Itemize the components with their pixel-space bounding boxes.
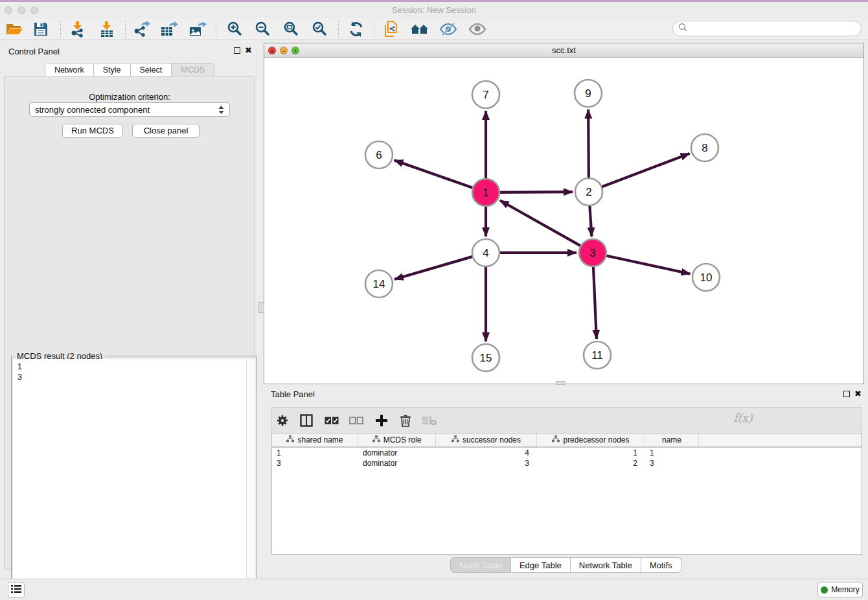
node-11[interactable]: 11 — [584, 341, 611, 369]
task-history-button[interactable] — [8, 583, 25, 598]
node-1[interactable]: 1 — [472, 179, 499, 206]
edge-2-9[interactable] — [588, 110, 589, 178]
column-view-icon[interactable] — [297, 411, 316, 430]
deselect-all-icon[interactable] — [347, 411, 366, 430]
close-panel-button[interactable]: Close panel — [132, 124, 200, 138]
svg-text:2: 2 — [586, 186, 591, 198]
export-table-icon[interactable] — [158, 20, 180, 38]
edge-2-8[interactable] — [602, 154, 690, 187]
column-header-shared-name[interactable]: shared name — [272, 433, 358, 446]
node-4[interactable]: 4 — [472, 239, 499, 266]
column-header-name[interactable]: name — [645, 433, 699, 446]
network-zoom-button[interactable]: + — [291, 47, 299, 54]
node-table[interactable]: shared nameMCDS rolesuccessor nodesprede… — [271, 433, 862, 555]
node-10[interactable]: 10 — [692, 264, 720, 291]
node-14[interactable]: 14 — [365, 270, 393, 297]
search-icon — [678, 23, 687, 34]
control-panel: Control Panel ✖ NetworkStyleSelectMCDS O… — [0, 40, 259, 575]
tab-network[interactable]: Network — [45, 63, 94, 76]
svg-text:8: 8 — [702, 142, 707, 154]
edge-3-10[interactable] — [606, 255, 691, 273]
select-all-icon[interactable] — [322, 411, 341, 430]
show-all-icon[interactable] — [466, 20, 488, 38]
save-icon[interactable] — [30, 20, 52, 38]
refresh-icon[interactable] — [345, 20, 367, 38]
import-network-icon[interactable] — [67, 20, 89, 38]
splitter-grip-horizontal[interactable] — [556, 381, 565, 385]
node-6[interactable]: 6 — [365, 141, 393, 168]
edge-1-6[interactable] — [394, 160, 474, 188]
network-graph[interactable]: 7968124314101511 — [264, 58, 863, 384]
optimization-criterion-select[interactable]: strongly connected component — [29, 102, 230, 117]
cell-shared-name: 3 — [272, 458, 358, 468]
zoom-out-icon[interactable] — [251, 20, 273, 38]
network-document-icon[interactable] — [380, 20, 402, 38]
hide-selected-icon[interactable] — [437, 20, 459, 38]
table-row[interactable]: 1dominator411 — [272, 448, 862, 458]
zoom-in-icon[interactable] — [223, 20, 246, 38]
table-panel: Table Panel ✖ f(x) shared nameMCDS roles… — [264, 386, 868, 575]
splitter-grip-vertical[interactable] — [258, 302, 264, 313]
export-image-icon[interactable] — [187, 20, 209, 38]
column-header-MCDS-role[interactable]: MCDS role — [358, 433, 436, 446]
tab-select[interactable]: Select — [131, 63, 172, 76]
open-folder-icon[interactable] — [3, 20, 25, 38]
edge-2-3[interactable] — [589, 205, 591, 237]
tab-mcds[interactable]: MCDS — [172, 63, 214, 76]
tab-style[interactable]: Style — [94, 63, 131, 76]
zoom-selected-icon[interactable] — [308, 20, 330, 38]
search-input[interactable] — [672, 21, 862, 36]
cell-MCDS-role: dominator — [358, 448, 436, 458]
run-mcds-button[interactable]: Run MCDS — [62, 124, 123, 138]
network-minimize-button[interactable]: − — [280, 47, 288, 54]
chevron-up-down-icon — [218, 106, 224, 114]
node-7[interactable]: 7 — [472, 81, 499, 108]
mcds-result-list[interactable]: 1 3 — [13, 359, 247, 600]
mcds-result-scrollbar[interactable] — [246, 359, 255, 600]
column-header-predecessor-nodes[interactable]: predecessor nodes — [537, 433, 645, 446]
app-zoom-button[interactable] — [30, 6, 38, 14]
edge-3-1[interactable] — [500, 200, 581, 246]
app-titlebar: Session: New Session — [0, 2, 868, 18]
toolbar-separator — [60, 21, 61, 38]
table-row[interactable]: 3dominator323 — [272, 458, 862, 468]
edge-4-14[interactable] — [394, 257, 473, 279]
node-15[interactable]: 15 — [472, 344, 499, 371]
app-minimize-button[interactable] — [17, 6, 25, 14]
app-close-button[interactable] — [5, 6, 12, 14]
delete-icon[interactable] — [396, 411, 415, 430]
edge-1-2[interactable] — [499, 192, 573, 192]
export-network-icon[interactable] — [130, 20, 152, 38]
column-label: predecessor nodes — [563, 435, 629, 444]
first-neighbors-icon[interactable] — [409, 20, 431, 38]
node-3[interactable]: 3 — [579, 239, 606, 266]
network-close-button[interactable]: x — [268, 47, 276, 54]
zoom-fit-icon[interactable] — [280, 20, 302, 38]
import-table-icon[interactable] — [96, 20, 118, 38]
tab-edge-table[interactable]: Edge Table — [511, 557, 571, 573]
svg-text:15: 15 — [480, 352, 492, 364]
table-panel-close-icon[interactable]: ✖ — [854, 390, 862, 398]
add-icon[interactable] — [372, 411, 391, 430]
memory-button[interactable]: Memory — [817, 582, 863, 597]
tab-motifs[interactable]: Motifs — [641, 557, 681, 573]
network-window-titlebar[interactable]: x − + scc.txt — [264, 43, 863, 58]
function-builder-icon[interactable]: f(x) — [733, 409, 753, 427]
list-icon — [11, 584, 21, 596]
node-9[interactable]: 9 — [575, 80, 602, 107]
column-label: shared name — [297, 435, 343, 444]
svg-text:11: 11 — [591, 349, 603, 362]
tab-node-table[interactable]: Node Table — [450, 557, 511, 573]
control-panel-close-icon[interactable]: ✖ — [245, 47, 252, 54]
tab-network-table[interactable]: Network Table — [571, 557, 641, 573]
node-8[interactable]: 8 — [691, 134, 718, 161]
network-canvas[interactable]: 7968124314101511 — [264, 58, 863, 384]
window-title: Session: New Session — [0, 2, 868, 18]
edge-3-11[interactable] — [593, 266, 597, 339]
column-header-successor-nodes[interactable]: successor nodes — [436, 433, 537, 446]
table-panel-float-icon[interactable] — [843, 391, 850, 397]
tree-icon — [451, 435, 459, 444]
control-panel-float-icon[interactable] — [234, 47, 240, 54]
node-2[interactable]: 2 — [575, 178, 602, 205]
gear-icon[interactable] — [273, 411, 292, 430]
